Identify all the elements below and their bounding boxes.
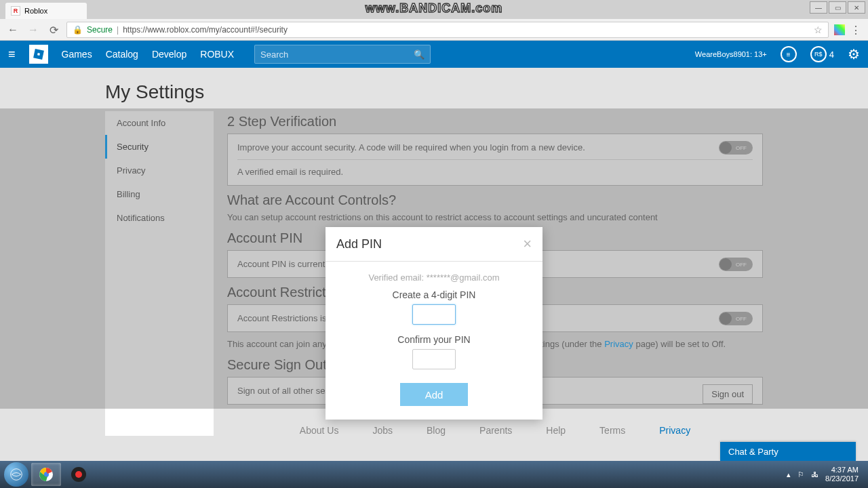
roblox-logo-icon[interactable] xyxy=(29,45,48,64)
modal-title: Add PIN xyxy=(336,237,382,251)
hamburger-icon[interactable]: ≡ xyxy=(8,47,16,62)
url-text: https://www.roblox.com/my/account#!/secu… xyxy=(123,25,288,35)
minimize-button[interactable]: — xyxy=(810,1,827,14)
nav-search[interactable]: Search 🔍 xyxy=(254,45,431,64)
confirm-pin-input[interactable] xyxy=(412,349,456,369)
extension-icon[interactable] xyxy=(834,24,845,35)
page-title: My Settings xyxy=(105,81,763,103)
taskbar-chrome-icon[interactable] xyxy=(31,463,61,486)
roblox-nav: ≡ Games Catalog Develop ROBUX Search 🔍 W… xyxy=(0,41,868,68)
verified-email-text: Verified email: *******@gmail.com xyxy=(339,272,529,283)
back-button[interactable]: ← xyxy=(5,22,20,37)
tray-network-icon[interactable]: 🖧 xyxy=(811,470,818,479)
chat-party-bar[interactable]: Chat & Party xyxy=(720,442,856,461)
svg-point-2 xyxy=(11,469,22,481)
tab-title: Roblox xyxy=(24,7,47,15)
windows-taskbar: ▴ ⚐ 🖧 4:37 AM 8/23/2017 xyxy=(0,461,868,488)
system-tray: ▴ ⚐ 🖧 4:37 AM 8/23/2017 xyxy=(787,466,864,483)
robux-balance[interactable]: R$ 4 xyxy=(810,46,834,62)
notifications-icon[interactable]: ≡ xyxy=(781,46,797,62)
create-pin-label: Create a 4-digit PIN xyxy=(339,289,529,300)
search-placeholder: Search xyxy=(260,49,414,60)
footer-links: About Us Jobs Blog Parents Help Terms Pr… xyxy=(227,425,763,436)
address-bar[interactable]: 🔒 Secure | https://www.roblox.com/my/acc… xyxy=(66,22,829,38)
tray-flag-icon[interactable]: ⚐ xyxy=(797,470,804,479)
modal-body: Verified email: *******@gmail.com Create… xyxy=(326,262,542,420)
confirm-pin-label: Confirm your PIN xyxy=(339,334,529,345)
add-pin-modal: Add PIN × Verified email: *******@gmail.… xyxy=(326,227,542,420)
footer-jobs[interactable]: Jobs xyxy=(372,425,393,436)
close-icon[interactable]: × xyxy=(523,237,532,251)
bookmark-star-icon[interactable]: ☆ xyxy=(814,24,823,35)
footer-blog[interactable]: Blog xyxy=(427,425,446,436)
footer-help[interactable]: Help xyxy=(546,425,566,436)
reload-button[interactable]: ⟳ xyxy=(46,22,61,37)
nav-games[interactable]: Games xyxy=(62,49,92,60)
window-controls: — ▭ ✕ xyxy=(810,1,865,14)
lock-icon: 🔒 xyxy=(73,25,83,35)
footer-parents[interactable]: Parents xyxy=(479,425,512,436)
secure-label: Secure xyxy=(87,25,113,35)
modal-backdrop: Add PIN × Verified email: *******@gmail.… xyxy=(0,108,868,409)
taskbar-record-icon[interactable] xyxy=(64,463,94,486)
nav-develop[interactable]: Develop xyxy=(152,49,186,60)
roblox-favicon-icon: R xyxy=(11,6,20,16)
add-pin-button[interactable]: Add xyxy=(400,383,468,406)
robux-amount: 4 xyxy=(829,49,834,60)
footer-privacy[interactable]: Privacy xyxy=(659,425,690,436)
svg-rect-1 xyxy=(37,53,40,56)
chrome-menu-icon[interactable]: ⋮ xyxy=(850,24,863,37)
search-icon[interactable]: 🔍 xyxy=(414,49,425,60)
footer-terms[interactable]: Terms xyxy=(599,425,625,436)
nav-catalog[interactable]: Catalog xyxy=(106,49,138,60)
forward-button[interactable]: → xyxy=(26,22,41,37)
footer-about[interactable]: About Us xyxy=(300,425,339,436)
modal-header: Add PIN × xyxy=(326,227,542,262)
omnibox-row: ← → ⟳ 🔒 Secure | https://www.roblox.com/… xyxy=(0,19,868,41)
tray-clock[interactable]: 4:37 AM 8/23/2017 xyxy=(825,466,859,483)
browser-tab[interactable]: R Roblox xyxy=(5,3,87,19)
robux-icon: R$ xyxy=(810,46,827,62)
settings-gear-icon[interactable]: ⚙ xyxy=(848,46,860,62)
create-pin-input[interactable] xyxy=(412,304,456,325)
start-button[interactable] xyxy=(4,462,28,487)
close-window-button[interactable]: ✕ xyxy=(848,1,865,14)
nav-username[interactable]: WeareBoys8901: 13+ xyxy=(695,50,767,58)
maximize-button[interactable]: ▭ xyxy=(829,1,846,14)
bandicam-watermark: www.BANDICAM.com xyxy=(366,1,502,16)
tray-arrow-icon[interactable]: ▴ xyxy=(787,470,791,479)
nav-robux[interactable]: ROBUX xyxy=(200,49,234,60)
